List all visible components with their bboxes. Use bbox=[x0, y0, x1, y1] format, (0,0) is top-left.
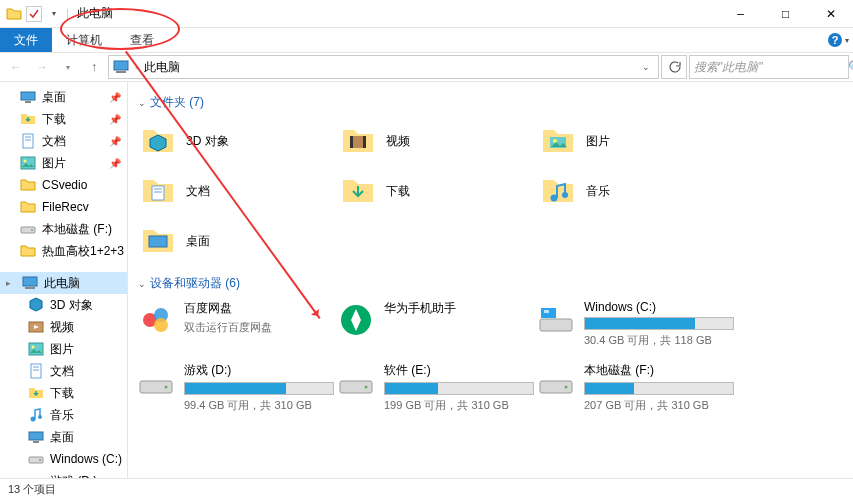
nav-item[interactable]: 热血高校1+2+3 bbox=[0, 240, 127, 262]
address-dropdown-icon[interactable]: ⌄ bbox=[638, 62, 654, 72]
svg-rect-36 bbox=[363, 136, 366, 148]
nav-label: 此电脑 bbox=[44, 275, 80, 292]
refresh-button[interactable] bbox=[661, 55, 687, 79]
desktop-icon bbox=[28, 429, 44, 445]
nav-label: 桌面 bbox=[50, 429, 74, 446]
huawei-icon bbox=[338, 302, 374, 338]
folder-item[interactable]: 3D 对象 bbox=[138, 119, 328, 163]
recent-dropdown[interactable]: ▾ bbox=[56, 55, 80, 79]
drive-item[interactable]: 软件 (E:)199 GB 可用，共 310 GB bbox=[338, 362, 528, 413]
drive-icon bbox=[138, 364, 174, 400]
nav-item[interactable]: 视频 bbox=[0, 316, 127, 338]
download-icon bbox=[28, 385, 44, 401]
drive-item[interactable]: 华为手机助手 bbox=[338, 300, 528, 348]
up-button[interactable]: ↑ bbox=[82, 55, 106, 79]
document-icon bbox=[20, 133, 36, 149]
folder-item[interactable]: 下载 bbox=[338, 169, 528, 213]
tab-file[interactable]: 文件 bbox=[0, 28, 52, 52]
nav-item[interactable]: 桌面📌 bbox=[0, 86, 127, 108]
nav-item[interactable]: 桌面 bbox=[0, 426, 127, 448]
drive-icon bbox=[20, 221, 36, 237]
nav-item[interactable]: 3D 对象 bbox=[0, 294, 127, 316]
ribbon-tabs: 文件 计算机 查看 ?▾ bbox=[0, 28, 853, 52]
drive-subtitle: 199 GB 可用，共 310 GB bbox=[384, 398, 534, 413]
folder-item[interactable]: 文档 bbox=[138, 169, 328, 213]
download-icon bbox=[340, 173, 376, 209]
nav-item[interactable]: 图片📌 bbox=[0, 152, 127, 174]
windrive-icon bbox=[538, 302, 574, 338]
folder-item[interactable]: 音乐 bbox=[538, 169, 728, 213]
address-path: 此电脑 bbox=[144, 59, 632, 76]
nav-item[interactable]: 文档📌 bbox=[0, 130, 127, 152]
drive-title: 百度网盘 bbox=[184, 300, 328, 317]
drive-subtitle: 99.4 GB 可用，共 310 GB bbox=[184, 398, 334, 413]
nav-item[interactable]: 下载 bbox=[0, 382, 127, 404]
address-field[interactable]: › 此电脑 ⌄ bbox=[108, 55, 659, 79]
help-icon[interactable]: ?▾ bbox=[823, 28, 853, 52]
qat-dropdown-icon[interactable]: ▾ bbox=[46, 6, 62, 22]
folder-item[interactable]: 桌面 bbox=[138, 219, 328, 263]
search-input[interactable] bbox=[694, 60, 844, 74]
svg-rect-49 bbox=[540, 319, 572, 331]
desktop-icon bbox=[20, 89, 36, 105]
svg-rect-44 bbox=[149, 236, 167, 247]
forward-button[interactable]: → bbox=[30, 55, 54, 79]
maximize-button[interactable]: □ bbox=[763, 0, 808, 28]
content-pane[interactable]: ⌄ 文件夹 (7) 3D 对象视频图片文档下载音乐桌面 ⌄ 设备和驱动器 (6)… bbox=[128, 82, 853, 478]
drive-item[interactable]: Windows (C:)30.4 GB 可用，共 118 GB bbox=[538, 300, 728, 348]
drive-icon bbox=[338, 364, 374, 400]
nav-label: 下载 bbox=[50, 385, 74, 402]
search-box[interactable]: 🔍 bbox=[689, 55, 849, 79]
3d-icon bbox=[140, 123, 176, 159]
nav-item[interactable]: ▸此电脑 bbox=[0, 272, 127, 294]
nav-item[interactable]: FileRecv bbox=[0, 196, 127, 218]
nav-item[interactable]: CSvedio bbox=[0, 174, 127, 196]
window-title: 此电脑 bbox=[77, 5, 113, 22]
drive-title: 华为手机助手 bbox=[384, 300, 528, 317]
drive-icon bbox=[538, 364, 574, 400]
back-button[interactable]: ← bbox=[4, 55, 28, 79]
svg-rect-6 bbox=[23, 134, 33, 148]
drives-group-header[interactable]: ⌄ 设备和驱动器 (6) bbox=[138, 275, 843, 292]
nav-item[interactable]: 音乐 bbox=[0, 404, 127, 426]
svg-point-17 bbox=[32, 346, 35, 349]
tab-computer[interactable]: 计算机 bbox=[52, 28, 116, 52]
drive-item[interactable]: 本地磁盘 (F:)207 GB 可用，共 310 GB bbox=[538, 362, 728, 413]
nav-item[interactable]: 本地磁盘 (F:) bbox=[0, 218, 127, 240]
folder-item[interactable]: 图片 bbox=[538, 119, 728, 163]
nav-label: 桌面 bbox=[42, 89, 66, 106]
nav-item[interactable]: 下载📌 bbox=[0, 108, 127, 130]
nav-item[interactable]: 游戏 (D:) bbox=[0, 470, 127, 478]
svg-point-12 bbox=[31, 229, 33, 231]
svg-rect-23 bbox=[29, 432, 43, 440]
qat-check-icon[interactable] bbox=[26, 6, 42, 22]
drive-icon bbox=[28, 473, 44, 478]
svg-point-57 bbox=[565, 386, 568, 389]
pc-icon bbox=[113, 59, 129, 75]
drive-icon bbox=[28, 451, 44, 467]
svg-point-53 bbox=[165, 386, 168, 389]
address-bar: ← → ▾ ↑ › 此电脑 ⌄ 🔍 bbox=[0, 52, 853, 82]
svg-point-55 bbox=[365, 386, 368, 389]
nav-label: 热血高校1+2+3 bbox=[42, 243, 124, 260]
navigation-pane[interactable]: 桌面📌下载📌文档📌图片📌CSvedioFileRecv本地磁盘 (F:)热血高校… bbox=[0, 82, 128, 478]
folders-group-header[interactable]: ⌄ 文件夹 (7) bbox=[138, 94, 843, 111]
folder-label: 图片 bbox=[586, 133, 610, 150]
nav-label: 视频 bbox=[50, 319, 74, 336]
nav-item[interactable]: 图片 bbox=[0, 338, 127, 360]
minimize-button[interactable]: – bbox=[718, 0, 763, 28]
svg-rect-14 bbox=[25, 287, 35, 289]
close-button[interactable]: ✕ bbox=[808, 0, 853, 28]
svg-rect-35 bbox=[350, 136, 353, 148]
svg-rect-5 bbox=[25, 101, 31, 103]
folder-item[interactable]: 视频 bbox=[338, 119, 528, 163]
tab-view[interactable]: 查看 bbox=[116, 28, 168, 52]
nav-item[interactable]: Windows (C:) bbox=[0, 448, 127, 470]
drive-item[interactable]: 百度网盘双击运行百度网盘 bbox=[138, 300, 328, 348]
storage-bar bbox=[384, 382, 534, 395]
drive-item[interactable]: 游戏 (D:)99.4 GB 可用，共 310 GB bbox=[138, 362, 328, 413]
storage-bar bbox=[584, 317, 734, 330]
music-icon bbox=[540, 173, 576, 209]
pin-icon: 📌 bbox=[109, 114, 121, 125]
nav-item[interactable]: 文档 bbox=[0, 360, 127, 382]
